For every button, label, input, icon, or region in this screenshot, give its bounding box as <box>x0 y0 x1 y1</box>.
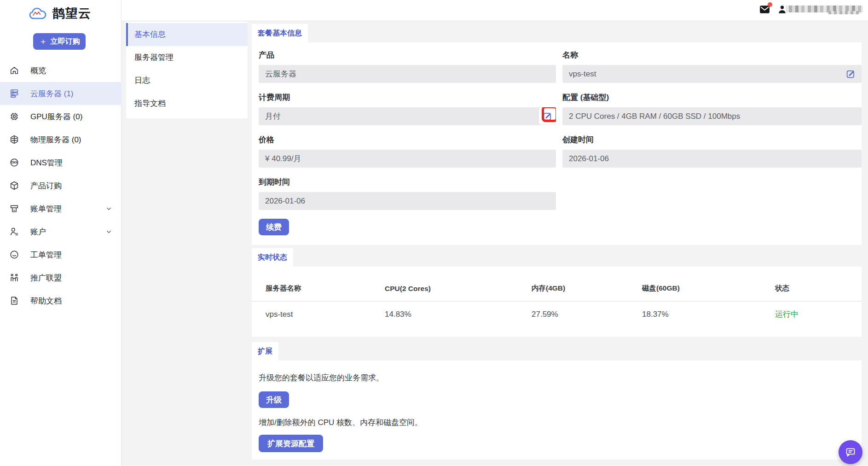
order-now-label: 立即订购 <box>51 37 80 47</box>
topbar <box>122 0 868 21</box>
people-icon <box>9 273 19 283</box>
sidebar-item-tickets[interactable]: 工单管理 <box>0 243 122 266</box>
edit-name-button[interactable] <box>846 69 856 79</box>
sidebar-item-help-docs[interactable]: 帮助文档 <box>0 289 122 312</box>
upgrade-button[interactable]: 升级 <box>259 391 289 408</box>
server-icon <box>9 88 19 99</box>
chat-support-button[interactable] <box>839 440 862 464</box>
brand-logo: 鹊望云 <box>29 5 91 22</box>
cell-disk: 18.37% <box>642 310 775 319</box>
order-now-button[interactable]: ＋ 立即订购 <box>33 33 86 50</box>
sidebar-item-cloud-servers[interactable]: 云服务器 (1) <box>0 82 122 105</box>
subnav-item-basic-info[interactable]: 基本信息 <box>126 23 248 46</box>
smiley-icon <box>9 250 19 260</box>
cube-icon <box>9 181 19 191</box>
subnav-item-logs[interactable]: 日志 <box>126 69 248 92</box>
renew-button[interactable]: 续费 <box>259 219 289 235</box>
col-server-name: 服务器名称 <box>266 284 385 293</box>
subnav-item-guide-docs[interactable]: 指导文档 <box>126 92 248 115</box>
chevron-down-icon <box>105 205 112 212</box>
name-field: vps-test <box>562 65 862 83</box>
billing-cycle-field: 月付 <box>259 107 556 125</box>
sidebar-item-physical-servers[interactable]: 物理服务器 (0) <box>0 128 122 151</box>
sidebar-item-gpu-servers[interactable]: GPU服务器 (0) <box>0 105 122 128</box>
resize-resources-button[interactable]: 扩展资源配置 <box>259 435 323 452</box>
col-memory: 内存(4GB) <box>532 284 642 293</box>
chevron-down-icon <box>105 228 112 235</box>
upgrade-description: 升级您的套餐以适应您的业务需求。 <box>259 373 862 383</box>
status-table-header: 服务器名称 CPU(2 Cores) 内存(4GB) 磁盘(60GB) 状态 <box>252 267 862 302</box>
col-state: 状态 <box>775 284 862 293</box>
created-time-field: 2026-01-06 <box>562 150 862 168</box>
status-table-row: vps-test 14.83% 27.59% 18.37% 运行中 <box>252 302 862 320</box>
dns-globe-icon: DNS <box>9 157 19 168</box>
sidebar-item-affiliate[interactable]: 推广联盟 <box>0 266 122 289</box>
package-info-card: 套餐基本信息 产品 云服务器 计费周期 月付 价格 ¥ 40.99/ <box>252 24 862 245</box>
user-email-redacted-line2 <box>828 11 859 14</box>
cell-memory: 27.59% <box>532 310 642 319</box>
chip-icon <box>9 111 19 122</box>
chat-bubble-icon <box>845 446 856 458</box>
expand-card: 扩展 升级您的套餐以适应您的业务需求。 升级 增加/删除额外的 CPU 核数、内… <box>252 342 862 460</box>
tab-realtime-status[interactable]: 实时状态 <box>252 248 293 267</box>
created-time-label: 创建时间 <box>562 134 862 145</box>
expire-time-field: 2026-01-06 <box>259 192 556 210</box>
price-field: ¥ 40.99/月 <box>259 150 556 168</box>
sidebar-item-overview[interactable]: 概览 <box>0 59 122 82</box>
main-sidebar: 鹊望云 ＋ 立即订购 概览 云服务器 (1) GPU服务器 (0) <box>0 0 122 466</box>
sidebar-nav: 概览 云服务器 (1) GPU服务器 (0) 物理服务器 (0) DNS DNS… <box>0 59 122 312</box>
plus-icon: ＋ <box>39 36 47 47</box>
price-label: 价格 <box>259 134 556 145</box>
resize-description: 增加/删除额外的 CPU 核数、内存和磁盘空间。 <box>259 417 862 428</box>
sidebar-item-dns[interactable]: DNS DNS管理 <box>0 151 122 174</box>
home-icon <box>9 65 19 76</box>
billing-cycle-label: 计费周期 <box>259 92 556 103</box>
notification-dot <box>768 2 772 7</box>
edit-billing-cycle-button[interactable] <box>539 108 556 125</box>
hexagon-server-icon <box>9 134 19 145</box>
cloud-logo-icon <box>29 6 49 21</box>
cell-cpu: 14.83% <box>385 310 532 319</box>
subnav-item-server-manage[interactable]: 服务器管理 <box>126 46 248 69</box>
expire-time-label: 到期时间 <box>259 177 556 187</box>
document-icon <box>9 296 19 306</box>
config-field: 2 CPU Cores / 4GB RAM / 60GB SSD / 100Mb… <box>562 107 862 125</box>
sidebar-item-billing[interactable]: 账单管理 <box>0 197 122 220</box>
account-icon <box>9 227 19 237</box>
name-label: 名称 <box>562 50 862 60</box>
realtime-status-card: 实时状态 服务器名称 CPU(2 Cores) 内存(4GB) 磁盘(60GB)… <box>252 248 862 337</box>
mail-notification-button[interactable] <box>758 4 771 16</box>
status-badge: 运行中 <box>775 309 862 320</box>
product-field: 云服务器 <box>259 65 556 83</box>
tab-package-basic-info[interactable]: 套餐基本信息 <box>252 24 308 42</box>
product-label: 产品 <box>259 50 556 60</box>
cell-server-name: vps-test <box>266 310 385 319</box>
server-subnav: 基本信息 服务器管理 日志 指导文档 <box>126 22 248 118</box>
sidebar-item-product-order[interactable]: 产品订购 <box>0 174 122 197</box>
billing-icon <box>9 204 19 214</box>
svg-text:DNS: DNS <box>11 161 17 164</box>
col-disk: 磁盘(60GB) <box>642 284 775 293</box>
config-label: 配置 (基础型) <box>562 92 862 103</box>
tab-expand[interactable]: 扩展 <box>252 342 278 361</box>
sidebar-item-account[interactable]: 账户 <box>0 220 122 243</box>
col-cpu: CPU(2 Cores) <box>385 285 532 293</box>
brand-name: 鹊望云 <box>52 5 91 22</box>
